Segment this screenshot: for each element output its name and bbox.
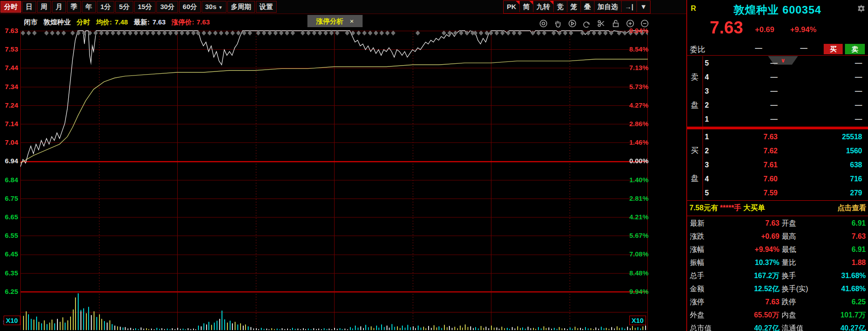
bid-level-2[interactable]: 27.621560: [703, 144, 866, 158]
bid-level-5[interactable]: 57.59279: [703, 186, 866, 200]
stat-label: 总市值: [690, 322, 712, 331]
stat-row: 外盘65.50万内盘101.7万: [687, 308, 868, 322]
jian-button[interactable]: 简: [520, 1, 533, 12]
stat-value: 6.25: [852, 295, 866, 308]
level-price: —: [770, 98, 778, 112]
stat-label: 涨停: [690, 295, 704, 308]
last-price: 7.63: [710, 18, 743, 38]
stat-row: 总手167.2万换手31.68%: [687, 269, 868, 282]
ask-level-2[interactable]: 2——: [703, 98, 866, 112]
scissors-icon[interactable]: [597, 19, 606, 28]
period-button-15min[interactable]: 15分: [134, 1, 156, 13]
period-button-5min[interactable]: 5分: [115, 1, 133, 13]
notice-hidden-lots: *****手: [720, 204, 741, 212]
play-icon[interactable]: [568, 19, 577, 28]
period-button-day[interactable]: 日: [22, 1, 36, 13]
view-eye-icon[interactable]: [539, 19, 548, 28]
big-order-notice[interactable]: 7.58元有 *****手 大买单 点击查看: [687, 200, 868, 216]
margin-trading-tag[interactable]: R: [691, 5, 696, 13]
period-button-1min[interactable]: 1分: [97, 1, 114, 13]
drag-hand-icon[interactable]: [553, 19, 562, 28]
level-price: 7.61: [764, 158, 778, 172]
level-price: —: [770, 56, 778, 70]
percent-axis-label: 1.46%: [629, 138, 649, 146]
lock-icon[interactable]: [611, 19, 620, 28]
price-axis-label: 6.55: [0, 232, 18, 239]
chevron-down-icon[interactable]: ▼: [218, 5, 223, 10]
level-number: 2: [705, 144, 709, 158]
stat-value: 31.68%: [841, 269, 866, 282]
add-watchlist-button[interactable]: 加自选: [594, 1, 622, 12]
stock-name-code: 敦煌种业 600354: [705, 3, 850, 17]
weibi-row: 委比 — — 买 卖: [687, 43, 868, 56]
chart-period-label: 分时: [76, 18, 90, 26]
timeshare-chart-canvas[interactable]: [20, 27, 648, 331]
period-toolbar-left: 分时日周月季年1分5分15分30分60分30s▼多周期设置: [0, 0, 277, 8]
next-stock-button[interactable]: →|: [622, 1, 637, 12]
period-button-week[interactable]: 周: [37, 1, 51, 13]
stat-value: 40.27亿: [840, 322, 866, 331]
level-number: 3: [705, 84, 709, 98]
last-price-label: 最新:: [134, 18, 150, 26]
stat-row: 涨停7.63跌停6.25: [687, 295, 868, 308]
undo-icon[interactable]: [582, 19, 591, 28]
jing-button[interactable]: 竞: [554, 1, 567, 12]
order-book: ∨ 5——4——3——2——1——17.632551827.62156037.6…: [687, 56, 868, 200]
jiuzhuan-button[interactable]: 九转: [533, 1, 554, 12]
tab-close-icon[interactable]: ×: [350, 17, 354, 25]
percent-axis-label: 5.67%: [629, 232, 649, 239]
stat-label: 量比: [782, 256, 796, 269]
period-button-multi-period[interactable]: 多周期: [227, 1, 255, 13]
limit-price-value: 7.63: [197, 18, 210, 26]
bid-level-3[interactable]: 37.61638: [703, 158, 866, 172]
sell-button[interactable]: 卖: [845, 44, 865, 54]
corner-flag-icon: [516, 1, 519, 5]
period-button-month[interactable]: 月: [52, 1, 66, 13]
stat-row: 总市值40.27亿流通值40.27亿: [687, 322, 868, 331]
ask-level-4[interactable]: 4——: [703, 70, 866, 84]
ask-level-3[interactable]: 3——: [703, 84, 866, 98]
period-button-60min[interactable]: 60分: [179, 1, 201, 13]
avg-price-value: 7.48: [115, 18, 128, 26]
click-to-view-link[interactable]: 点击查看: [837, 201, 866, 215]
gear-icon[interactable]: [857, 5, 865, 13]
notice-big-buy-label: 大买单: [741, 204, 765, 212]
level-price: —: [770, 70, 778, 84]
bid-level-1[interactable]: 17.6325518: [703, 130, 866, 144]
notice-price-text: 7.58元有: [689, 204, 720, 212]
period-button-30s[interactable]: 30s▼: [202, 1, 226, 13]
long-button[interactable]: 笼: [567, 1, 581, 12]
period-button-year[interactable]: 年: [82, 1, 96, 13]
timeshare-chart-region: 闭市 敦煌种业 分时 均价: 7.48 最新: 7.63 涨停价: 7.63 涨…: [0, 14, 686, 331]
pk-button[interactable]: PK: [504, 1, 520, 12]
period-button-30min[interactable]: 30分: [156, 1, 178, 13]
percent-axis-label: 9.94%: [629, 288, 649, 295]
die-button[interactable]: 叠: [581, 1, 594, 12]
ask-level-1[interactable]: 1——: [703, 112, 866, 126]
percent-axis-label: 0.00%: [629, 157, 649, 165]
stat-value: 7.63: [765, 217, 779, 230]
stat-label: 最低: [782, 243, 796, 256]
more-dropdown-button[interactable]: ▼: [637, 1, 650, 12]
ask-level-5[interactable]: 5——: [703, 56, 866, 70]
stat-label: 振幅: [690, 256, 704, 269]
tab-limit-up-analysis[interactable]: 涨停分析 ×: [307, 15, 363, 27]
stat-value: 65.50万: [754, 308, 779, 322]
weicha-value: —: [800, 44, 807, 52]
level-volume: —: [855, 112, 862, 126]
stat-label: 内盘: [782, 308, 796, 322]
buy-button[interactable]: 买: [824, 44, 843, 54]
period-button-settings[interactable]: 设置: [256, 1, 277, 13]
price-axis-label: 6.75: [0, 194, 18, 202]
percent-axis-label: 8.48%: [629, 269, 649, 277]
level-price: 7.63: [764, 130, 778, 144]
period-button-quarter[interactable]: 季: [67, 1, 81, 13]
level-number: 4: [705, 172, 709, 186]
stat-row: 涨跌+0.69最高7.63: [687, 230, 868, 243]
volume-multiplier-right: X10: [629, 316, 646, 325]
quote-price-row: 7.63 +0.69 +9.94%: [687, 18, 868, 43]
period-button-fenshi[interactable]: 分时: [0, 1, 21, 13]
stat-label: 最新: [690, 217, 704, 230]
bid-level-4[interactable]: 47.60716: [703, 172, 866, 186]
buy-side-label: 盘: [691, 173, 700, 184]
